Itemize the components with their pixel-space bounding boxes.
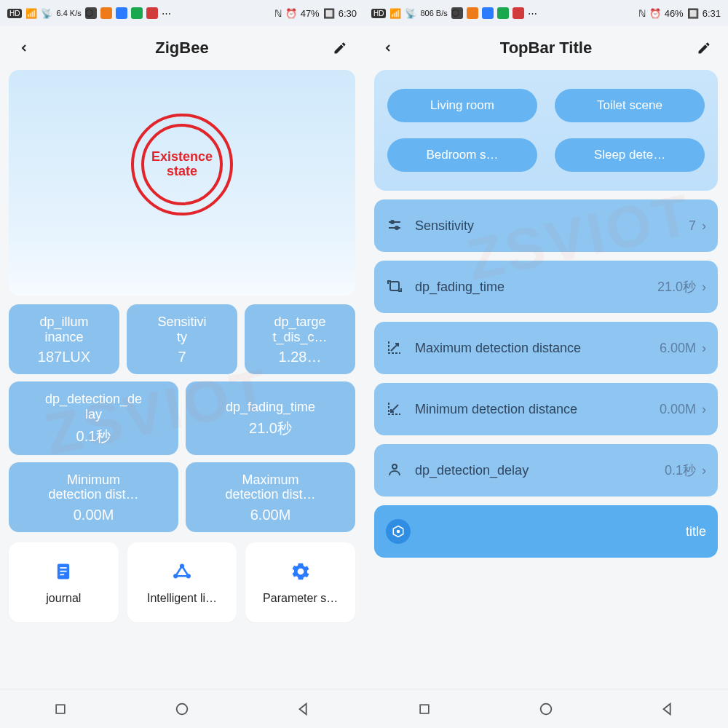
edit-button[interactable] — [693, 37, 715, 59]
battery-text: 46% — [665, 8, 684, 19]
svg-point-18 — [392, 464, 397, 469]
more-icon: ⋯ — [528, 8, 538, 19]
back-button[interactable] — [13, 37, 35, 59]
alarm-icon: ⏰ — [649, 8, 661, 19]
app-icon-1 — [100, 7, 112, 19]
page-title: ZigBee — [35, 39, 329, 58]
setting-fading-time[interactable]: dp_fading_time 21.0秒 › — [374, 261, 718, 313]
signal-icon: 📶 — [25, 8, 37, 19]
chevron-right-icon: › — [702, 341, 706, 356]
hex-icon: ⬡ — [85, 7, 97, 19]
dp-row-3: Minimum detection dist…0.00M Maximum det… — [9, 462, 355, 532]
app-icon-3 — [497, 7, 509, 19]
edit-button[interactable] — [329, 37, 351, 59]
hex-icon: ⬡ — [451, 7, 463, 19]
scene-toilet[interactable]: Toilet scene — [555, 89, 705, 122]
intelligent-card[interactable]: Intelligent li… — [127, 542, 237, 622]
app-icon-2 — [116, 7, 127, 19]
dp-max-dist-card[interactable]: Maximum detection dist…6.00M — [186, 462, 355, 532]
rotate-icon — [386, 277, 405, 296]
distance-min-icon — [386, 400, 405, 419]
app-icon-4 — [513, 7, 524, 19]
page-title: TopBar Title — [399, 39, 693, 58]
svg-line-7 — [175, 566, 182, 577]
dp-row-2: dp_detection_de lay0.1秒 dp_fading_time21… — [9, 381, 355, 454]
wifi-icon: 📡 — [405, 8, 416, 19]
journal-card[interactable]: journal — [9, 542, 119, 622]
chevron-right-icon: › — [702, 463, 706, 478]
dp-illuminance-card[interactable]: dp_illum inance187LUX — [9, 304, 119, 374]
phone-left: ZSVIOT HD 📶 📡 6.4 K/s ⬡ ⋯ ℕ ⏰ 47% 🔲 6:30… — [0, 0, 364, 728]
sliders-icon — [386, 216, 405, 235]
setting-max-distance[interactable]: Maximum detection distance 6.00M › — [374, 322, 718, 374]
intelligent-icon — [170, 560, 194, 583]
svg-point-16 — [395, 226, 398, 229]
phone-right: ZSVIOT HD 📶 📡 806 B/s ⬡ ⋯ ℕ ⏰ 46% 🔲 6:31… — [364, 0, 728, 728]
svg-point-11 — [177, 703, 188, 714]
svg-point-22 — [541, 703, 552, 714]
setting-sensitivity[interactable]: Sensitivity 7 › — [374, 199, 718, 252]
status-bar: HD 📶 📡 6.4 K/s ⬡ ⋯ ℕ ⏰ 47% 🔲 6:30 — [0, 0, 364, 26]
wifi-icon: 📡 — [41, 8, 52, 19]
topbar: ZigBee — [0, 26, 364, 70]
svg-rect-2 — [60, 571, 67, 572]
scene-sleep[interactable]: Sleep dete… — [555, 138, 705, 172]
svg-rect-17 — [390, 282, 399, 290]
scene-panel: Living room Toilet scene Bedroom s… Slee… — [374, 70, 718, 191]
nav-back-button[interactable] — [282, 696, 325, 722]
dp-target-card[interactable]: dp_targe t_dis_c…1.28… — [245, 304, 355, 374]
alarm-icon: ⏰ — [285, 8, 297, 19]
nav-recent-button[interactable] — [39, 696, 82, 722]
battery-icon: 🔲 — [323, 8, 335, 19]
hex-icon — [386, 519, 411, 544]
chevron-right-icon: › — [702, 280, 706, 295]
net-speed: 806 B/s — [420, 9, 447, 17]
more-icon: ⋯ — [162, 8, 172, 19]
nav-back-button[interactable] — [646, 696, 689, 722]
existence-indicator[interactable]: Existence state — [131, 114, 233, 215]
dp-fading-time-card[interactable]: dp_fading_time21.0秒 — [186, 381, 355, 454]
journal-icon — [52, 560, 75, 583]
battery-text: 47% — [301, 8, 320, 19]
app-icon-3 — [131, 7, 143, 19]
svg-point-14 — [391, 221, 394, 223]
topbar: TopBar Title — [364, 26, 728, 70]
chevron-right-icon: › — [702, 218, 706, 234]
android-navbar — [364, 689, 728, 728]
dp-row-1: dp_illum inance187LUX Sensitivi ty7 dp_t… — [9, 304, 355, 374]
gear-icon — [289, 560, 312, 583]
nfc-icon: ℕ — [638, 8, 646, 19]
scene-living-room[interactable]: Living room — [387, 89, 537, 122]
svg-rect-1 — [60, 567, 67, 569]
nav-home-button[interactable] — [160, 696, 204, 722]
svg-rect-3 — [60, 574, 65, 576]
setting-min-distance[interactable]: Minimum detection distance 0.00M › — [374, 383, 718, 435]
hero-panel: Existence state — [9, 70, 355, 296]
svg-marker-12 — [299, 703, 306, 714]
status-bar: HD 📶 📡 806 B/s ⬡ ⋯ ℕ ⏰ 46% 🔲 6:31 — [364, 0, 728, 26]
scene-bedroom[interactable]: Bedroom s… — [387, 138, 537, 172]
android-navbar — [0, 689, 364, 728]
dp-sensitivity-card[interactable]: Sensitivi ty7 — [127, 304, 237, 374]
back-button[interactable] — [377, 37, 399, 59]
dp-detection-delay-card[interactable]: dp_detection_de lay0.1秒 — [9, 381, 178, 454]
svg-rect-10 — [56, 705, 65, 713]
nav-home-button[interactable] — [524, 696, 568, 722]
svg-line-8 — [182, 566, 189, 577]
nav-recent-button[interactable] — [403, 696, 446, 722]
signal-icon: 📶 — [389, 8, 401, 19]
clock-text: 6:31 — [703, 8, 721, 19]
dp-min-dist-card[interactable]: Minimum detection dist…0.00M — [9, 462, 178, 532]
bottom-cards: journal Intelligent li… Parameter s… — [9, 542, 355, 622]
hd-icon: HD — [371, 9, 386, 18]
svg-rect-21 — [420, 705, 429, 713]
app-icon-4 — [146, 7, 158, 19]
setting-title-row[interactable]: title — [374, 505, 718, 558]
setting-detection-delay[interactable]: dp_detection_delay 0.1秒 › — [374, 444, 718, 496]
clock-text: 6:30 — [339, 8, 357, 19]
app-icon-2 — [482, 7, 494, 19]
person-icon — [386, 461, 405, 480]
hd-icon: HD — [7, 9, 22, 18]
parameter-card[interactable]: Parameter s… — [245, 542, 355, 622]
chevron-right-icon: › — [702, 402, 706, 417]
